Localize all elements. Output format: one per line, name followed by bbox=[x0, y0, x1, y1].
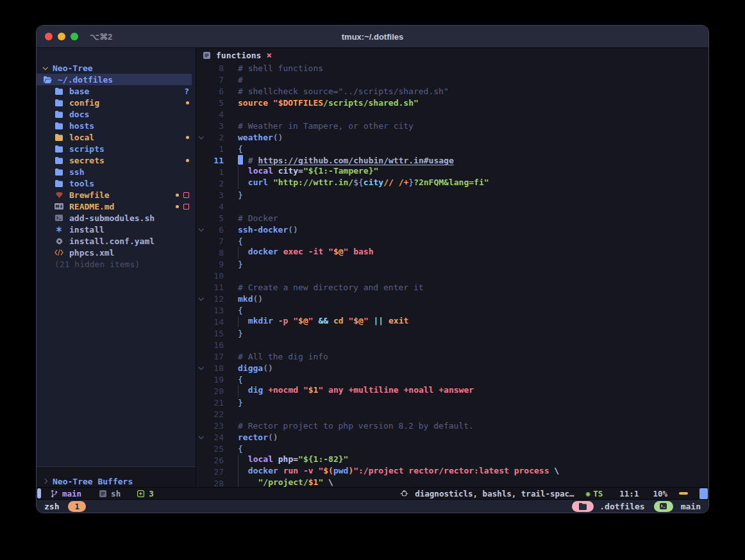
relative-line-number: 9 bbox=[205, 259, 224, 269]
code-line[interactable]: 4 bbox=[196, 108, 708, 120]
main-split: Neo-Tree~/.dotfilesbase?configdocshostsl… bbox=[37, 48, 708, 487]
code-line[interactable]: 11 # https://github.com/chubin/wttr.in#u… bbox=[196, 154, 708, 166]
fold-open-icon[interactable] bbox=[198, 226, 203, 231]
code-line[interactable]: 15} bbox=[196, 327, 708, 339]
relative-line-number: 24 bbox=[205, 432, 224, 442]
code-line[interactable]: 25{ bbox=[196, 443, 708, 454]
relative-line-number: 5 bbox=[205, 98, 224, 108]
git-modified-icon bbox=[186, 159, 189, 162]
fold-open-icon[interactable] bbox=[198, 365, 203, 370]
tmux-window-index[interactable]: 1 bbox=[68, 501, 86, 512]
tree-item-secrets[interactable]: secrets bbox=[37, 154, 196, 166]
code-line-text: # Docker bbox=[238, 213, 278, 223]
code-line[interactable]: 7{ bbox=[196, 235, 708, 247]
code-line-text: # https://github.com/chubin/wttr.in#usag… bbox=[238, 155, 454, 165]
tree-item-brewfile[interactable]: Brewfile bbox=[37, 189, 196, 201]
tree-item-label: secrets bbox=[69, 156, 105, 165]
tree-item-add-submodules-sh[interactable]: add-submodules.sh bbox=[37, 212, 196, 224]
indent-guide bbox=[238, 385, 243, 397]
code-line[interactable]: 9} bbox=[196, 258, 708, 270]
progress-underscore bbox=[679, 492, 688, 495]
tree-item-readme-md[interactable]: README.md bbox=[37, 201, 196, 212]
relative-line-number: 10 bbox=[205, 271, 224, 281]
code-buffer[interactable]: 8# shell functions7#6# shellcheck source… bbox=[196, 62, 708, 489]
tab-close-icon[interactable]: × bbox=[266, 51, 271, 60]
code-line[interactable]: 10 bbox=[196, 270, 708, 281]
minimize-button[interactable] bbox=[58, 33, 65, 40]
code-line[interactable]: 27 docker run -v "$(pwd)":/project recto… bbox=[196, 466, 708, 477]
folder-icon bbox=[54, 145, 63, 152]
indent-guide bbox=[238, 247, 243, 258]
code-line[interactable]: 2 curl "http://wttr.in/${city// /+}?2nFQ… bbox=[196, 177, 708, 189]
fold-open-icon[interactable] bbox=[198, 134, 203, 139]
code-line[interactable]: 11# Create a new directory and enter it bbox=[196, 281, 708, 293]
relative-line-number: 23 bbox=[205, 421, 224, 431]
tree-item-root[interactable]: ~/.dotfiles bbox=[37, 74, 192, 85]
tree-item-install[interactable]: install bbox=[37, 224, 196, 235]
tmux-statusbar: zsh 1 .dotfiles main bbox=[37, 499, 708, 513]
relative-line-number: 3 bbox=[205, 190, 224, 200]
tmux-dir-label: .dotfiles bbox=[599, 502, 644, 511]
tree-item-base[interactable]: base? bbox=[37, 85, 196, 97]
code-line[interactable]: 4 bbox=[196, 201, 708, 212]
code-line[interactable]: 23# Rector project to php version 8.2 by… bbox=[196, 420, 708, 431]
code-line-text: } bbox=[238, 398, 243, 408]
editor-pane: functions × 8# shell functions7#6# shell… bbox=[196, 48, 708, 487]
git-branch-segment: main bbox=[49, 489, 81, 498]
tree-item-label: docs bbox=[69, 110, 89, 119]
close-button[interactable] bbox=[45, 33, 53, 40]
tree-item-ssh[interactable]: ssh bbox=[37, 166, 196, 177]
code-line[interactable]: 18digga() bbox=[196, 362, 708, 374]
code-line[interactable]: 24rector() bbox=[196, 431, 708, 443]
tree-item-install-conf-yaml[interactable]: install.conf.yaml bbox=[37, 235, 196, 247]
tree-item-tools[interactable]: tools bbox=[37, 177, 196, 189]
tree-item-local[interactable]: local bbox=[37, 131, 196, 143]
code-line[interactable]: 21} bbox=[196, 397, 708, 408]
code-line[interactable]: 1{ bbox=[196, 143, 708, 154]
tree-item-phpcs-xml[interactable]: phpcs.xml bbox=[37, 247, 196, 258]
code-line[interactable]: 19{ bbox=[196, 374, 708, 385]
code-line[interactable]: 22 bbox=[196, 408, 708, 420]
code-line[interactable]: 5source "$DOTFILES/scripts/shared.sh" bbox=[196, 97, 708, 108]
code-line[interactable]: 12mkd() bbox=[196, 293, 708, 304]
code-line[interactable]: 16 bbox=[196, 339, 708, 350]
code-line[interactable]: 6ssh-docker() bbox=[196, 224, 708, 235]
treesitter-dot-icon: ◉ bbox=[586, 490, 590, 498]
code-line[interactable]: 2weather() bbox=[196, 131, 708, 143]
code-line[interactable]: 14 mkdir -p "$@" && cd "$@" || exit bbox=[196, 316, 708, 327]
code-line[interactable]: 26 local php="${1:-82}" bbox=[196, 454, 708, 466]
code-line[interactable]: 6# shellcheck source="../scripts/shared.… bbox=[196, 85, 708, 97]
folder-icon bbox=[54, 157, 63, 164]
code-line[interactable]: 17# All the dig info bbox=[196, 350, 708, 362]
zoom-button[interactable] bbox=[71, 33, 78, 40]
relative-line-number: 4 bbox=[205, 110, 224, 119]
code-line[interactable]: 5# Docker bbox=[196, 212, 708, 224]
tab-functions[interactable]: functions × bbox=[202, 51, 272, 60]
root-label: ~/.dotfiles bbox=[58, 75, 113, 85]
neotree-header[interactable]: Neo-Tree bbox=[37, 62, 196, 74]
code-line[interactable]: 13{ bbox=[196, 304, 708, 316]
code-line[interactable]: 7# bbox=[196, 74, 708, 85]
neotree-buffers-header[interactable]: Neo-Tree Buffers bbox=[37, 475, 196, 487]
git-unstaged-icon bbox=[183, 192, 189, 198]
fold-open-icon[interactable] bbox=[198, 295, 203, 301]
tree-item-label: local bbox=[69, 133, 94, 142]
tree-item-hosts[interactable]: hosts bbox=[37, 120, 196, 131]
neotree-filetree: Neo-Tree~/.dotfilesbase?configdocshostsl… bbox=[37, 48, 196, 466]
code-line[interactable]: 8# shell functions bbox=[196, 62, 708, 74]
code-line-text: { bbox=[238, 236, 243, 246]
scrollbar-thumb[interactable] bbox=[699, 488, 708, 499]
neotree-title: Neo-Tree bbox=[53, 63, 93, 73]
code-line[interactable]: 20 dig +nocmd "$1" any +multiline +noall… bbox=[196, 385, 708, 397]
tree-item-docs[interactable]: docs bbox=[37, 108, 196, 120]
code-line-text: { bbox=[238, 444, 243, 454]
tree-item-config[interactable]: config bbox=[37, 97, 196, 108]
fold-open-icon[interactable] bbox=[198, 434, 203, 439]
code-line[interactable]: 8 docker exec -it "$@" bash bbox=[196, 247, 708, 258]
code-line[interactable]: 3} bbox=[196, 189, 708, 201]
hidden-items-note: (21 hidden items) bbox=[37, 258, 196, 270]
code-line[interactable]: 3# Weather in Tampere, or other city bbox=[196, 120, 708, 131]
tree-item-label: hosts bbox=[69, 121, 94, 131]
tree-item-scripts[interactable]: scripts bbox=[37, 143, 196, 154]
code-line[interactable]: 1 local city="${1:-Tampere}" bbox=[196, 166, 708, 177]
